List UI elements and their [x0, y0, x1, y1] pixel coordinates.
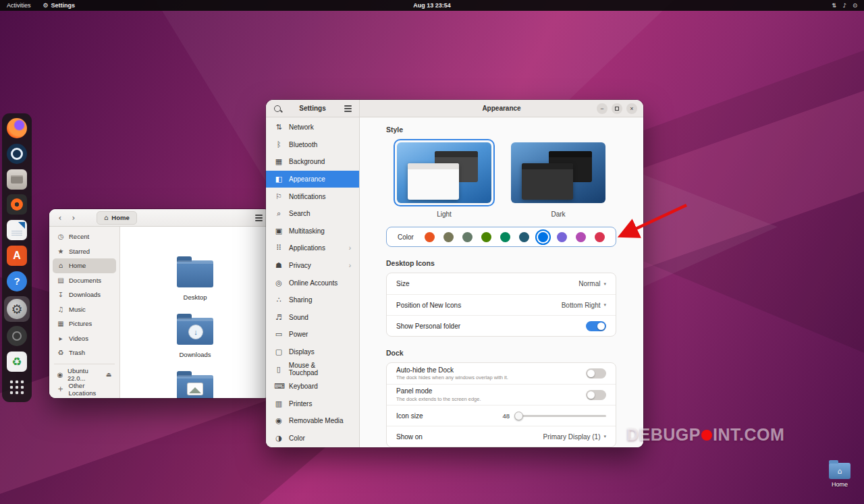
settings-sidebar-item[interactable]: ⌨ Keyboard [266, 378, 359, 395]
desktop: Activities ⚙ Settings Aug 13 23:54 ⇅♪⊙ ‹… [0, 0, 864, 504]
color-icon: ◑ [274, 434, 284, 443]
files-sidebar-item[interactable]: ▤ Documents [53, 273, 116, 288]
style-option-light[interactable] [394, 139, 495, 206]
folder-tile[interactable] [161, 368, 229, 398]
settings-headerbar: Appearance − × [360, 100, 643, 117]
files-sidebar-item[interactable]: ▦ Pictures [53, 316, 116, 331]
keyboard-icon: ⌨ [274, 382, 284, 391]
dock-media-player-icon[interactable] [6, 194, 28, 215]
position-dropdown[interactable]: Bottom Right ▾ [562, 302, 606, 309]
accent-color-swatch[interactable] [576, 232, 586, 242]
minimize-button[interactable]: − [597, 103, 608, 114]
settings-sidebar-item[interactable]: ▥ Printers [266, 395, 359, 413]
maximize-button[interactable] [612, 103, 622, 114]
power-icon[interactable]: ⊙ [853, 2, 857, 9]
files-sidebar: ◷ Recent ★ Starred ⌂ Home [49, 227, 120, 398]
files-sidebar-item[interactable]: ♫ Music [53, 302, 116, 317]
files-sidebar-item[interactable]: ★ Starred [53, 244, 116, 259]
settings-sidebar-item[interactable]: ⌕ Search [266, 205, 359, 223]
accent-color-swatch[interactable] [595, 232, 605, 242]
settings-sidebar-item[interactable]: ◎ Online Accounts [266, 274, 359, 291]
settings-sidebar-item[interactable]: ▯ Mouse & Touchpad [266, 360, 359, 378]
settings-search-button[interactable] [271, 103, 284, 115]
path-button[interactable]: ⌂ Home [97, 211, 137, 225]
settings-sidebar-item[interactable]: ▦ Background [266, 153, 359, 171]
dock-show-applications-icon[interactable] [6, 376, 28, 398]
recent-icon: ◷ [57, 233, 65, 240]
files-sidebar-item[interactable]: ↧ Downloads [53, 287, 116, 302]
size-dropdown[interactable]: Normal ▾ [578, 280, 606, 287]
settings-sidebar: ⇅ Network ᛒ Bluetooth ▦ Background [266, 117, 360, 447]
autohide-dock-toggle[interactable] [586, 368, 606, 379]
system-tray[interactable]: ⇅♪⊙ [832, 2, 864, 9]
clock-button[interactable]: Aug 13 23:54 [413, 2, 451, 9]
dock-help-icon[interactable] [6, 271, 28, 292]
settings-sidebar-item[interactable]: ◑ Color [266, 430, 359, 447]
eject-icon[interactable]: ⏏ [105, 371, 112, 378]
panel-mode-toggle[interactable] [586, 390, 606, 400]
accent-color-swatch[interactable] [481, 232, 491, 242]
starred-icon: ★ [57, 248, 65, 255]
accent-color-swatch[interactable] [500, 232, 510, 242]
files-sidebar-item[interactable]: ◷ Recent [53, 229, 116, 244]
settings-sidebar-item[interactable]: ᛒ Bluetooth [266, 136, 359, 154]
files-sidebar-item[interactable]: ▸ Videos [53, 331, 116, 346]
show-personal-folder-toggle[interactable] [586, 321, 606, 331]
dock-libreoffice-icon[interactable] [6, 219, 28, 241]
focused-app-menu[interactable]: ⚙ Settings [43, 2, 76, 9]
folder-tile[interactable]: Desktop [161, 254, 229, 301]
settings-menu-button[interactable] [342, 103, 354, 115]
dock-recycler-icon[interactable] [6, 351, 28, 372]
videos-icon: ▸ [57, 335, 65, 342]
forward-button[interactable]: › [68, 213, 79, 223]
back-button[interactable]: ‹ [55, 213, 65, 223]
back-icon: ‹ [59, 213, 62, 223]
dock-software-store-icon[interactable] [6, 245, 28, 267]
desktop-icons-section-title: Desktop Icons [386, 259, 616, 267]
documents-icon: ▤ [57, 277, 65, 284]
icon-size-slider[interactable] [518, 415, 606, 417]
accent-color-swatch[interactable] [557, 232, 567, 242]
home-icon: ⌂ [57, 262, 65, 269]
volume-icon[interactable]: ♪ [842, 2, 846, 9]
close-button[interactable]: × [626, 103, 637, 114]
dock-firefox-icon[interactable] [6, 117, 28, 139]
settings-sidebar-item[interactable]: ☗ Privacy › [266, 257, 359, 275]
activities-button[interactable]: Activities [7, 2, 31, 9]
accent-color-swatch[interactable] [425, 232, 435, 242]
style-option-dark[interactable] [508, 139, 609, 206]
settings-sidebar-item[interactable]: ⇅ Network [266, 119, 359, 136]
desktop-home-icon[interactable]: ⌂ Home [825, 463, 855, 488]
files-sidebar-other-locations[interactable]: + Other Locations [53, 382, 116, 397]
accent-color-swatch[interactable] [519, 232, 529, 242]
settings-sidebar-item[interactable]: ∴ Sharing [266, 291, 359, 309]
accent-color-swatch[interactable] [538, 232, 548, 242]
settings-sidebar-item[interactable]: ▢ Displays [266, 343, 359, 361]
settings-sidebar-title: Settings [284, 105, 342, 112]
show-on-dropdown[interactable]: Primary Display (1) ▾ [543, 433, 606, 441]
icon-size-value: 48 [502, 412, 510, 420]
plus-icon: + [57, 385, 65, 393]
dock-files-icon[interactable] [6, 169, 28, 190]
files-sidebar-item[interactable]: ♻ Trash [53, 345, 116, 360]
indicator-icon[interactable]: ⇅ [832, 2, 836, 9]
dock-settings-icon[interactable] [4, 296, 30, 322]
maximize-icon [615, 107, 619, 111]
files-sidebar-item[interactable]: ⌂ Home [53, 258, 116, 273]
settings-sidebar-item[interactable]: ◧ Appearance [266, 171, 359, 188]
settings-sidebar-item[interactable]: ▭ Power [266, 326, 359, 343]
folder-tile[interactable]: Downloads [161, 311, 229, 358]
settings-sidebar-item[interactable]: ▣ Multitasking [266, 223, 359, 240]
settings-sidebar-header: Settings [266, 100, 360, 117]
accent-color-swatch[interactable] [462, 232, 473, 242]
settings-sidebar-item[interactable]: ⠿ Applications › [266, 240, 359, 257]
settings-sidebar-item[interactable]: ◉ Removable Media [266, 412, 359, 430]
dock-web-browser-icon[interactable] [6, 143, 28, 165]
dock-card: Auto-hide the Dock The dock hides when a… [386, 362, 616, 447]
files-sidebar-drive[interactable]: ◉ Ubuntu 22.0... ⏏ [53, 368, 116, 383]
dock-utility-icon[interactable] [6, 325, 28, 347]
settings-sidebar-item[interactable]: ⚐ Notifications [266, 188, 359, 205]
accent-color-swatch[interactable] [443, 232, 454, 242]
settings-sidebar-item[interactable]: ♬ Sound [266, 309, 359, 327]
files-menu-button[interactable] [252, 212, 265, 224]
